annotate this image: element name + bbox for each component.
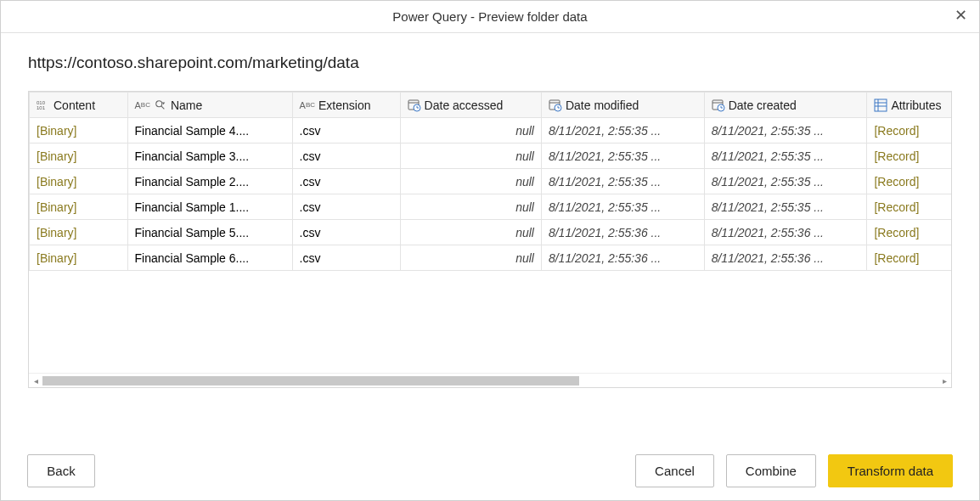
scroll-right-icon[interactable]: ▸ — [938, 374, 951, 388]
date-created-cell[interactable]: 8/11/2021, 2:55:36 ... — [704, 220, 867, 245]
column-label: Content — [54, 99, 95, 112]
date-modified-cell[interactable]: 8/11/2021, 2:55:35 ... — [541, 118, 704, 144]
date-accessed-cell[interactable]: null — [400, 194, 541, 220]
column-header[interactable]: Date accessed — [400, 93, 541, 118]
extension-cell[interactable]: .csv — [292, 194, 400, 220]
data-table-container: 010101ContentABCNameABCExtensionDate acc… — [28, 91, 952, 388]
date-type-icon — [408, 99, 421, 112]
content-cell[interactable]: [Binary] — [30, 118, 128, 144]
content-cell[interactable]: [Binary] — [30, 245, 128, 271]
column-header[interactable]: ABCName — [127, 93, 292, 118]
table-row[interactable]: [Binary]Financial Sample 4.....csvnull8/… — [30, 118, 952, 144]
combine-button[interactable]: Combine — [726, 454, 816, 487]
extension-cell[interactable]: .csv — [292, 118, 400, 144]
column-label: Attributes — [891, 99, 941, 112]
attributes-cell[interactable]: [Record] — [867, 169, 951, 194]
name-cell[interactable]: Financial Sample 4.... — [127, 118, 292, 144]
date-accessed-cell[interactable]: null — [400, 169, 541, 194]
date-modified-cell[interactable]: 8/11/2021, 2:55:35 ... — [541, 169, 704, 194]
attributes-cell[interactable]: [Record] — [867, 118, 951, 144]
date-accessed-cell[interactable]: null — [400, 118, 541, 144]
column-header[interactable]: 010101Content — [30, 93, 128, 118]
extension-cell[interactable]: .csv — [292, 169, 400, 194]
column-label: Date modified — [566, 99, 639, 112]
date-created-cell[interactable]: 8/11/2021, 2:55:36 ... — [704, 245, 867, 271]
dropdown-icon[interactable] — [154, 99, 167, 111]
svg-point-2 — [156, 100, 162, 106]
date-accessed-cell[interactable]: null — [400, 144, 541, 169]
date-accessed-cell[interactable]: null — [400, 220, 541, 245]
column-label: Date accessed — [425, 99, 504, 112]
cancel-button[interactable]: Cancel — [635, 454, 714, 487]
column-header[interactable]: Date created — [704, 93, 867, 118]
table-row[interactable]: [Binary]Financial Sample 3.....csvnull8/… — [30, 144, 952, 169]
date-created-cell[interactable]: 8/11/2021, 2:55:35 ... — [704, 144, 867, 169]
date-type-icon — [549, 99, 562, 112]
binary-type-icon: 010101 — [37, 99, 50, 112]
content-cell[interactable]: [Binary] — [30, 194, 128, 220]
name-cell[interactable]: Financial Sample 6.... — [127, 245, 292, 271]
table-row[interactable]: [Binary]Financial Sample 6.....csvnull8/… — [30, 245, 952, 271]
column-label: Date created — [729, 99, 797, 112]
date-created-cell[interactable]: 8/11/2021, 2:55:35 ... — [704, 118, 867, 144]
content-cell[interactable]: [Binary] — [30, 169, 128, 194]
content-cell[interactable]: [Binary] — [30, 220, 128, 245]
transform-data-button[interactable]: Transform data — [828, 454, 953, 487]
attributes-cell[interactable]: [Record] — [867, 245, 951, 271]
content-cell[interactable]: [Binary] — [30, 144, 128, 169]
column-label: Extension — [318, 99, 370, 112]
close-icon[interactable]: ✕ — [955, 8, 967, 23]
record-type-icon — [874, 99, 887, 112]
name-cell[interactable]: Financial Sample 1.... — [127, 194, 292, 220]
scroll-left-icon[interactable]: ◂ — [29, 374, 42, 388]
back-button[interactable]: Back — [27, 454, 95, 487]
extension-cell[interactable]: .csv — [292, 245, 400, 271]
column-header[interactable]: Date modified — [541, 93, 704, 118]
date-modified-cell[interactable]: 8/11/2021, 2:55:36 ... — [541, 245, 704, 271]
column-label: Name — [171, 99, 202, 112]
name-cell[interactable]: Financial Sample 5.... — [127, 220, 292, 245]
svg-rect-19 — [875, 99, 887, 111]
folder-path: https://contoso.sharepoint.com/marketing… — [28, 53, 952, 72]
text-type-icon: ABC — [300, 100, 315, 110]
data-table: 010101ContentABCNameABCExtensionDate acc… — [29, 92, 951, 271]
table-row[interactable]: [Binary]Financial Sample 5.....csvnull8/… — [30, 220, 952, 245]
horizontal-scrollbar[interactable]: ◂ ▸ — [29, 373, 951, 387]
scrollbar-thumb[interactable] — [42, 376, 579, 386]
date-created-cell[interactable]: 8/11/2021, 2:55:35 ... — [704, 169, 867, 194]
name-cell[interactable]: Financial Sample 2.... — [127, 169, 292, 194]
date-accessed-cell[interactable]: null — [400, 245, 541, 271]
svg-text:101: 101 — [37, 105, 46, 110]
attributes-cell[interactable]: [Record] — [867, 220, 951, 245]
titlebar: Power Query - Preview folder data ✕ — [1, 1, 979, 33]
text-type-icon: ABC — [135, 100, 150, 110]
table-row[interactable]: [Binary]Financial Sample 2.....csvnull8/… — [30, 169, 952, 194]
window-title: Power Query - Preview folder data — [392, 9, 587, 24]
name-cell[interactable]: Financial Sample 3.... — [127, 144, 292, 169]
date-modified-cell[interactable]: 8/11/2021, 2:55:36 ... — [541, 220, 704, 245]
date-modified-cell[interactable]: 8/11/2021, 2:55:35 ... — [541, 194, 704, 220]
table-row[interactable]: [Binary]Financial Sample 1.....csvnull8/… — [30, 194, 952, 220]
extension-cell[interactable]: .csv — [292, 220, 400, 245]
svg-line-3 — [161, 105, 165, 109]
extension-cell[interactable]: .csv — [292, 144, 400, 169]
date-created-cell[interactable]: 8/11/2021, 2:55:35 ... — [704, 194, 867, 220]
attributes-cell[interactable]: [Record] — [867, 144, 951, 169]
date-type-icon — [712, 99, 725, 112]
column-header[interactable]: ABCExtension — [292, 93, 400, 118]
date-modified-cell[interactable]: 8/11/2021, 2:55:35 ... — [541, 144, 704, 169]
column-header[interactable]: Attributes — [867, 93, 951, 118]
attributes-cell[interactable]: [Record] — [867, 194, 951, 220]
